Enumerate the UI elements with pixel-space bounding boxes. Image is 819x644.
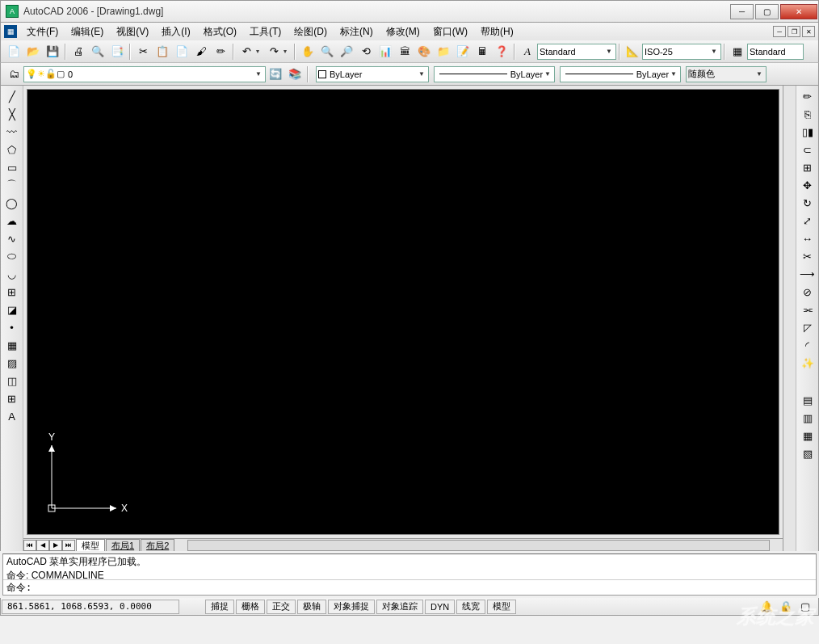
mdi-close-button[interactable]: ✕ <box>802 26 815 37</box>
zoom-realtime-icon[interactable]: 🔍 <box>318 43 336 61</box>
block-editor-icon[interactable]: ✏ <box>212 43 229 61</box>
revision-cloud-icon[interactable]: ☁ <box>2 212 22 229</box>
copy-object-icon[interactable]: ⎘ <box>798 105 817 123</box>
status-osnap[interactable]: 对象捕捉 <box>328 600 375 614</box>
hatch-icon[interactable]: ▦ <box>2 336 22 354</box>
trim-icon[interactable]: ✂ <box>798 247 817 265</box>
extend-icon[interactable]: ⟶ <box>798 265 817 283</box>
lineweight-combo[interactable]: ByLayer▼ <box>560 66 681 82</box>
break-icon[interactable]: ⊘ <box>798 283 817 301</box>
offset-icon[interactable]: ⊂ <box>798 141 817 158</box>
dim-style-icon[interactable]: 📐 <box>624 43 641 61</box>
plotstyle-combo[interactable]: 随颜色▼ <box>686 66 766 82</box>
tab-layout1[interactable]: 布局1 <box>106 539 140 551</box>
menu-tools[interactable]: 工具(T) <box>243 23 288 40</box>
undo-icon[interactable]: ↶ <box>237 43 255 61</box>
publish-icon[interactable]: 📑 <box>108 43 126 61</box>
drawing-canvas[interactable]: X Y <box>27 89 779 535</box>
table-icon[interactable]: ⊞ <box>2 389 22 407</box>
new-icon[interactable]: 📄 <box>5 43 23 61</box>
draworder-back-icon[interactable]: ▥ <box>798 409 817 427</box>
zoom-window-icon[interactable]: 🔎 <box>338 43 355 61</box>
polyline-icon[interactable]: 〰 <box>2 123 22 141</box>
paste-icon[interactable]: 📄 <box>173 43 191 61</box>
mdi-app-icon[interactable]: ▦ <box>4 25 17 38</box>
redo-icon[interactable]: ↷ <box>265 43 283 61</box>
undo-dropdown[interactable]: ▾ <box>256 48 264 55</box>
explode-icon[interactable]: ✨ <box>798 354 817 372</box>
pan-icon[interactable]: ✋ <box>299 43 317 61</box>
fillet-icon[interactable]: ◜ <box>798 336 817 354</box>
menu-window[interactable]: 窗口(W) <box>426 23 474 40</box>
menu-dimension[interactable]: 标注(N) <box>334 23 380 40</box>
arc-icon[interactable]: ⌒ <box>2 176 22 194</box>
stretch-icon[interactable]: ↔ <box>798 229 817 247</box>
scale-icon[interactable]: ⤢ <box>798 212 817 229</box>
markup-icon[interactable]: 📝 <box>454 43 472 61</box>
horizontal-scrollbar[interactable] <box>187 540 770 551</box>
mtext-icon[interactable]: A <box>2 407 22 425</box>
copy-icon[interactable]: 📋 <box>153 43 171 61</box>
save-icon[interactable]: 💾 <box>44 43 61 61</box>
layer-combo[interactable]: 💡 ☀ 🔓 ▢ 0 ▼ <box>23 66 266 82</box>
circle-icon[interactable]: ◯ <box>2 194 22 212</box>
layer-previous-icon[interactable]: 🔄 <box>267 65 284 83</box>
coordinates-display[interactable]: 861.5861, 1068.6593, 0.0000 <box>2 600 179 614</box>
tab-prev-button[interactable]: ◀ <box>36 540 49 551</box>
text-style-combo[interactable]: Standard▼ <box>537 44 616 60</box>
menu-draw[interactable]: 绘图(D) <box>288 23 334 40</box>
array-icon[interactable]: ⊞ <box>798 158 817 176</box>
tool-palettes-icon[interactable]: 🎨 <box>415 43 433 61</box>
close-button[interactable]: ✕ <box>780 4 817 19</box>
status-lwt[interactable]: 线宽 <box>456 600 485 614</box>
match-properties-icon[interactable]: 🖌 <box>192 43 210 61</box>
mirror-icon[interactable]: ▯▮ <box>798 123 817 141</box>
menu-view[interactable]: 视图(V) <box>110 23 155 40</box>
tab-layout2[interactable]: 布局2 <box>141 539 174 551</box>
cut-icon[interactable]: ✂ <box>134 43 152 61</box>
menu-insert[interactable]: 插入(I) <box>155 23 196 40</box>
rectangle-icon[interactable]: ▭ <box>2 158 22 176</box>
help-icon[interactable]: ❓ <box>493 43 510 61</box>
command-line[interactable]: 命令: <box>3 580 816 595</box>
print-preview-icon[interactable]: 🔍 <box>89 43 107 61</box>
communication-center-icon[interactable]: 🔔 <box>758 598 775 616</box>
menu-file[interactable]: 文件(F) <box>20 23 65 40</box>
line-icon[interactable]: ╱ <box>2 87 22 105</box>
layer-manager-icon[interactable]: 🗂 <box>5 65 23 83</box>
maximize-button[interactable]: ▢ <box>755 4 779 19</box>
toolbar-lock-icon[interactable]: 🔒 <box>777 598 795 616</box>
status-snap[interactable]: 捕捉 <box>205 600 234 614</box>
tab-last-button[interactable]: ⏭ <box>62 540 75 551</box>
mdi-restore-button[interactable]: ❐ <box>788 26 800 37</box>
tab-model[interactable]: 模型 <box>76 539 105 551</box>
draworder-above-icon[interactable]: ▦ <box>798 427 817 444</box>
print-icon[interactable]: 🖨 <box>69 43 87 61</box>
clean-screen-icon[interactable]: ▢ <box>796 598 814 616</box>
draworder-front-icon[interactable]: ▤ <box>798 391 817 409</box>
color-combo[interactable]: ByLayer▼ <box>316 66 429 82</box>
minimize-button[interactable]: ─ <box>730 4 754 19</box>
status-polar[interactable]: 极轴 <box>297 600 326 614</box>
command-window[interactable]: AutoCAD 菜单实用程序已加载。 命令: COMMANDLINE 命令: <box>2 554 817 596</box>
properties-icon[interactable]: 📊 <box>376 43 394 61</box>
point-icon[interactable]: • <box>2 318 22 336</box>
make-block-icon[interactable]: ◪ <box>2 301 22 318</box>
table-style-icon[interactable]: ▦ <box>729 43 746 61</box>
linetype-combo[interactable]: ByLayer▼ <box>434 66 555 82</box>
layer-states-icon[interactable]: 📚 <box>286 65 304 83</box>
erase-icon[interactable]: ✏ <box>798 87 817 105</box>
status-model[interactable]: 模型 <box>487 600 516 614</box>
region-icon[interactable]: ◫ <box>2 372 22 389</box>
menu-format[interactable]: 格式(O) <box>197 23 243 40</box>
text-style-icon[interactable]: A <box>519 43 536 61</box>
insert-block-icon[interactable]: ⊞ <box>2 283 22 301</box>
menu-help[interactable]: 帮助(H) <box>474 23 520 40</box>
status-dyn[interactable]: DYN <box>425 600 455 614</box>
rotate-icon[interactable]: ↻ <box>798 194 817 212</box>
construction-line-icon[interactable]: ╳ <box>2 105 22 123</box>
gradient-icon[interactable]: ▨ <box>2 354 22 372</box>
redo-dropdown[interactable]: ▾ <box>284 48 292 55</box>
polygon-icon[interactable]: ⬠ <box>2 141 22 158</box>
status-grid[interactable]: 栅格 <box>236 600 265 614</box>
